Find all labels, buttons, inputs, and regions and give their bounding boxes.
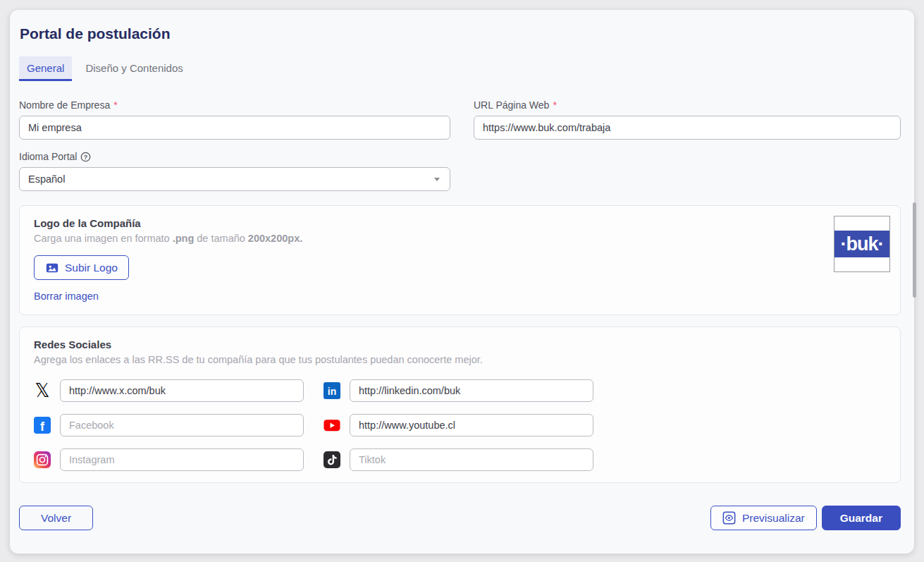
social-row-youtube (324, 414, 593, 436)
required-asterisk: * (553, 99, 556, 111)
page-title: Portal de postulación (20, 25, 901, 42)
company-logo-preview: ·buk· (834, 216, 890, 272)
social-links-grid: 𝕏 in f (34, 379, 886, 471)
linkedin-url-input[interactable] (350, 379, 593, 402)
portal-language-selected-value: Español (28, 173, 65, 185)
required-asterisk: * (113, 99, 117, 111)
scrollbar-thumb[interactable] (913, 202, 916, 298)
social-row-linkedin: in (324, 379, 593, 402)
buk-logo: ·buk· (834, 231, 889, 257)
social-row-x: 𝕏 (34, 379, 304, 402)
portal-language-label: Idioma Portal (19, 151, 77, 162)
general-form: Nombre de Empresa * URL Página Web * Idi… (19, 99, 901, 191)
social-section-description: Agrega los enlaces a las RR.SS de tu com… (34, 354, 886, 365)
portal-language-field-group: Idioma Portal ? Español (19, 151, 450, 191)
svg-text:?: ? (84, 153, 87, 160)
x-url-input[interactable] (60, 379, 304, 402)
logo-section-title: Logo de la Compañía (34, 217, 886, 229)
social-row-instagram (34, 448, 304, 471)
facebook-icon: f (34, 417, 51, 434)
image-upload-icon (45, 261, 59, 275)
eye-preview-icon (722, 511, 736, 525)
upload-logo-label: Subir Logo (65, 262, 118, 274)
youtube-icon (324, 417, 340, 434)
upload-logo-button[interactable]: Subir Logo (34, 255, 129, 280)
facebook-url-input[interactable] (60, 414, 304, 436)
company-logo-section: Logo de la Compañía Carga una imagen en … (19, 205, 901, 315)
instagram-icon (34, 451, 51, 468)
preview-button-label: Previsualizar (742, 512, 805, 525)
website-url-field-group: URL Página Web * (474, 99, 901, 140)
company-name-label: Nombre de Empresa (19, 99, 110, 111)
tab-bar: General Diseño y Contenidos (19, 56, 901, 81)
preview-button[interactable]: Previsualizar (710, 506, 817, 530)
delete-image-link[interactable]: Borrar imagen (34, 291, 99, 302)
youtube-url-input[interactable] (350, 414, 593, 436)
logo-desc-prefix: Carga una imagen en formato (34, 233, 173, 244)
facebook-glyph: f (40, 420, 44, 434)
save-button[interactable]: Guardar (822, 506, 901, 530)
social-networks-section: Redes Sociales Agrega los enlaces a las … (19, 326, 901, 483)
website-url-input[interactable] (474, 116, 901, 140)
company-name-field-group: Nombre de Empresa * (19, 99, 450, 140)
chevron-down-icon (434, 178, 440, 181)
social-section-title: Redes Sociales (34, 338, 886, 350)
social-row-tiktok (324, 448, 593, 471)
x-icon: 𝕏 (34, 382, 51, 399)
instagram-url-input[interactable] (60, 448, 304, 471)
portal-language-select[interactable]: Español (19, 167, 450, 191)
tiktok-url-input[interactable] (350, 448, 593, 471)
question-circle-icon[interactable]: ? (80, 152, 91, 162)
social-row-facebook: f (34, 414, 304, 436)
tab-design-contents[interactable]: Diseño y Contenidos (78, 56, 190, 81)
tiktok-icon (324, 451, 340, 468)
logo-desc-format: .png (173, 233, 195, 244)
website-url-label: URL Página Web (474, 99, 549, 111)
tab-general[interactable]: General (19, 56, 72, 81)
logo-desc-size: 200x200px. (248, 233, 302, 244)
linkedin-icon: in (324, 382, 340, 399)
footer-actions: Volver Previsualizar Guardar (19, 506, 901, 530)
logo-desc-middle: de tamaño (194, 233, 248, 244)
back-button[interactable]: Volver (19, 506, 93, 530)
company-name-input[interactable] (19, 116, 450, 140)
logo-section-description: Carga una imagen en formato .png de tama… (34, 233, 886, 244)
portal-settings-card: Portal de postulación General Diseño y C… (10, 10, 914, 554)
